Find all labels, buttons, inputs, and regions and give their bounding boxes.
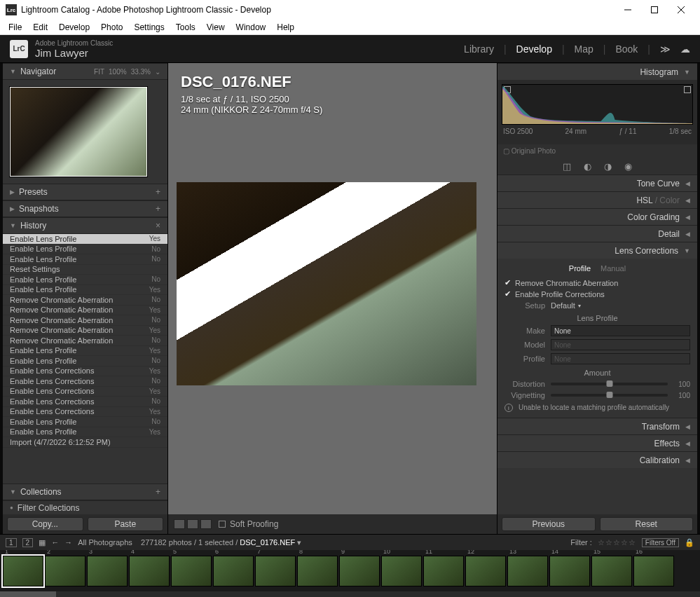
filter-stars[interactable]: ☆☆☆☆☆ xyxy=(598,538,636,547)
more-modules-button[interactable]: ≫ xyxy=(660,43,671,55)
vignetting-slider[interactable] xyxy=(551,394,668,397)
monitor-1-button[interactable]: 1 xyxy=(6,538,17,547)
history-item[interactable]: Reset Settings xyxy=(3,265,167,275)
right-panel-toggle[interactable] xyxy=(697,63,700,534)
reset-button[interactable]: Reset xyxy=(600,517,694,531)
filmstrip-thumbnail[interactable]: 15 xyxy=(591,556,632,586)
history-item[interactable]: Remove Chromatic AberrationNo xyxy=(3,295,167,306)
filmstrip-thumbnail[interactable]: 9 xyxy=(339,556,380,586)
history-item[interactable]: Enable Lens ProfileYes xyxy=(3,285,167,296)
make-select[interactable]: None xyxy=(551,325,690,336)
module-book[interactable]: Book xyxy=(615,43,638,55)
nav-zoom-dropdown-icon[interactable]: ⌄ xyxy=(155,68,160,76)
cloud-sync-icon[interactable]: ☁ xyxy=(680,43,690,55)
profile-select[interactable]: None xyxy=(551,353,690,364)
menu-settings[interactable]: Settings xyxy=(128,21,170,34)
history-item[interactable]: Enable Lens CorrectionsYes xyxy=(3,407,167,418)
setup-value[interactable]: Default xyxy=(551,301,575,310)
nav-back-icon[interactable]: ← xyxy=(51,538,59,547)
history-item[interactable]: Remove Chromatic AberrationYes xyxy=(3,306,167,316)
menu-develop[interactable]: Develop xyxy=(53,21,95,34)
nav-forward-icon[interactable]: → xyxy=(64,538,72,547)
history-item[interactable]: Import (4/7/2022 6:12:52 PM) xyxy=(3,437,167,448)
paste-button[interactable]: Paste xyxy=(88,517,164,531)
history-item[interactable]: Remove Chromatic AberrationNo xyxy=(3,315,167,326)
copy-button[interactable]: Copy... xyxy=(7,517,83,531)
filmstrip-thumbnail[interactable]: 16 xyxy=(633,556,674,586)
window-maximize-button[interactable] xyxy=(641,0,668,20)
crop-tool-icon[interactable]: ◫ xyxy=(563,161,571,172)
menu-view[interactable]: View xyxy=(201,21,231,34)
menu-edit[interactable]: Edit xyxy=(27,21,53,34)
history-item[interactable]: Enable Lens ProfileYes xyxy=(3,346,167,357)
filters-off-button[interactable]: Filters Off xyxy=(642,538,679,547)
monitor-2-button[interactable]: 2 xyxy=(22,538,34,547)
menu-photo[interactable]: Photo xyxy=(95,21,128,34)
remove-ca-checkbox[interactable]: ✔Remove Chromatic Aberration xyxy=(505,278,690,287)
history-item[interactable]: Enable Lens CorrectionsNo xyxy=(3,397,167,407)
history-item[interactable]: Enable Lens ProfileNo xyxy=(3,417,167,427)
vignetting-value[interactable]: 100 xyxy=(672,392,690,399)
enable-profile-checkbox[interactable]: ✔Enable Profile Corrections xyxy=(505,289,690,298)
source-label[interactable]: All Photographs xyxy=(78,538,132,547)
nav-zoom[interactable]: 33.3% xyxy=(131,68,151,76)
filmstrip-thumbnail[interactable]: 14 xyxy=(549,556,590,586)
navigator-preview[interactable] xyxy=(3,80,167,184)
filter-collections-row[interactable]: ● Filter Collections xyxy=(3,500,167,514)
develop-loupe-area[interactable]: DSC_0176.NEF 1/8 sec at ƒ / 11, ISO 2500… xyxy=(168,63,497,534)
histogram-display[interactable] xyxy=(502,84,693,125)
filmstrip-thumbnail[interactable]: 1 xyxy=(3,556,43,586)
masking-tool-icon[interactable]: ◑ xyxy=(604,161,612,172)
history-item[interactable]: Remove Chromatic AberrationNo xyxy=(3,336,167,346)
hsl-header[interactable]: HSL / Color◀ xyxy=(497,191,697,208)
history-item[interactable]: Enable Lens CorrectionsNo xyxy=(3,376,167,387)
healing-tool-icon[interactable]: ◐ xyxy=(584,161,591,172)
module-library[interactable]: Library xyxy=(464,43,494,55)
previous-button[interactable]: Previous xyxy=(502,517,596,531)
reference-view-button[interactable] xyxy=(200,519,212,529)
filmstrip-thumbnail[interactable]: 8 xyxy=(297,556,338,586)
snapshots-add-icon[interactable]: + xyxy=(156,204,160,214)
filmstrip-thumbnail[interactable]: 2 xyxy=(45,556,85,586)
filmstrip-thumbnail[interactable]: 4 xyxy=(129,556,170,586)
menu-tools[interactable]: Tools xyxy=(170,21,201,34)
detail-header[interactable]: Detail◀ xyxy=(497,225,697,242)
collections-add-icon[interactable]: + xyxy=(156,487,160,497)
collections-header[interactable]: ▼ Collections + xyxy=(3,483,167,500)
scrollbar-handle[interactable] xyxy=(0,591,56,597)
presets-header[interactable]: ▶ Presets + xyxy=(3,184,167,200)
grid-view-icon[interactable]: ▦ xyxy=(39,538,46,547)
history-item[interactable]: Enable Lens ProfileNo xyxy=(3,254,167,265)
filmstrip-thumbnail[interactable]: 6 xyxy=(213,556,254,586)
color-grading-header[interactable]: Color Grading◀ xyxy=(497,208,697,225)
presets-add-icon[interactable]: + xyxy=(156,187,160,197)
before-after-button[interactable] xyxy=(187,519,198,529)
filmstrip-thumbnail[interactable]: 3 xyxy=(87,556,128,586)
model-select[interactable]: None xyxy=(551,339,690,350)
lens-tab-profile[interactable]: Profile xyxy=(569,264,591,273)
nav-fit[interactable]: FIT xyxy=(94,68,104,76)
loupe-view-button[interactable] xyxy=(174,519,185,529)
history-item[interactable]: Enable Lens ProfileNo xyxy=(3,245,167,255)
filmstrip-thumbnail[interactable]: 10 xyxy=(381,556,422,586)
filter-lock-icon[interactable]: 🔒 xyxy=(685,538,694,547)
history-item[interactable]: Enable Lens CorrectionsYes xyxy=(3,387,167,397)
history-item[interactable]: Enable Lens ProfileYes xyxy=(3,427,167,438)
tone-curve-header[interactable]: Tone Curve◀ xyxy=(497,174,697,191)
module-map[interactable]: Map xyxy=(575,43,593,55)
distortion-slider[interactable] xyxy=(551,383,668,385)
history-header[interactable]: ▼ History × xyxy=(3,217,167,234)
lens-corrections-header[interactable]: Lens Corrections▼ xyxy=(497,242,697,259)
filmstrip-thumbnail[interactable]: 5 xyxy=(171,556,212,586)
effects-header[interactable]: Effects◀ xyxy=(497,434,697,451)
filmstrip-scrollbar[interactable] xyxy=(0,591,700,597)
history-clear-icon[interactable]: × xyxy=(156,221,160,231)
module-develop[interactable]: Develop xyxy=(516,43,552,55)
filmstrip-thumbnail[interactable]: 7 xyxy=(255,556,296,586)
menu-window[interactable]: Window xyxy=(231,21,272,34)
filmstrip-thumbs[interactable]: 12345678910111213141516 xyxy=(0,550,700,591)
lens-tab-manual[interactable]: Manual xyxy=(601,264,626,273)
filmstrip-thumbnail[interactable]: 13 xyxy=(507,556,548,586)
nav-100[interactable]: 100% xyxy=(109,68,127,76)
distortion-value[interactable]: 100 xyxy=(672,380,690,388)
